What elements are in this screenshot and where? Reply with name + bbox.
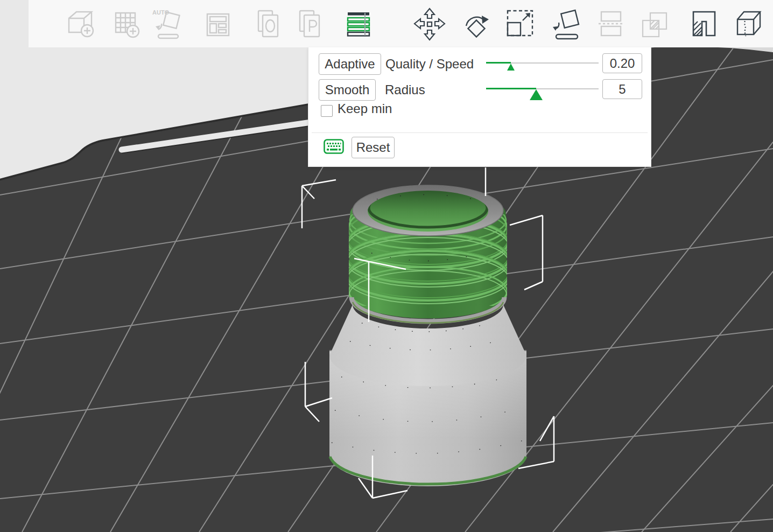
radius-slider-marker[interactable] [530, 89, 543, 100]
add-object-button[interactable] [62, 6, 97, 41]
boolean-button[interactable] [637, 6, 672, 41]
cut-icon [594, 6, 628, 41]
quality-slider-marker[interactable] [507, 64, 515, 71]
keyboard-shortcuts-button[interactable] [324, 139, 344, 154]
radius-value-input[interactable]: 5 [602, 79, 642, 99]
smooth-button[interactable]: Smooth [319, 79, 376, 101]
layers-icon [341, 6, 376, 41]
copy-button[interactable] [251, 6, 285, 41]
fill-tool-icon [687, 6, 721, 41]
model-opening [368, 191, 488, 232]
cut-button[interactable] [594, 6, 628, 41]
add-cube-icon [62, 6, 97, 41]
seam-button[interactable] [731, 6, 765, 41]
quality-slider[interactable] [486, 62, 599, 64]
quality-value-input[interactable]: 0.20 [602, 53, 642, 73]
keep-min-label: Keep min [338, 101, 392, 116]
split-layout-button[interactable] [201, 6, 235, 41]
scale-button[interactable] [502, 6, 537, 41]
layout-icon [201, 6, 235, 41]
scale-icon [502, 6, 537, 41]
place-on-face-button[interactable] [550, 6, 584, 41]
boolean-icon [637, 6, 672, 41]
move-icon [412, 6, 447, 41]
add-instances-button[interactable] [108, 6, 143, 41]
keep-min-checkbox[interactable] [321, 105, 333, 117]
auto-arrange-button[interactable]: AUTO [150, 6, 185, 41]
copy-icon [251, 6, 285, 41]
place-on-face-icon [550, 6, 584, 41]
keyboard-icon [324, 139, 344, 154]
reset-button[interactable]: Reset [352, 137, 395, 158]
rotate-icon [458, 6, 493, 41]
adaptive-button[interactable]: Adaptive [319, 53, 381, 75]
seam-cube-icon [731, 6, 765, 41]
radius-label: Radius [385, 82, 425, 97]
paste-button[interactable] [292, 6, 327, 41]
toolbar-separator [364, 13, 366, 36]
layer-height-popup: Adaptive Quality / Speed 0.20 Smooth Rad… [308, 47, 651, 167]
move-button[interactable] [412, 6, 447, 41]
paint-fill-button[interactable] [687, 6, 721, 41]
slicer-app: AUTO [0, 0, 773, 532]
paste-icon [292, 6, 327, 41]
rotate-button[interactable] [458, 6, 493, 41]
radius-slider-fill [486, 88, 536, 89]
auto-arrange-icon: AUTO [150, 6, 185, 41]
quality-speed-label: Quality / Speed [385, 57, 474, 72]
add-grid-icon [108, 6, 143, 41]
toolbar: AUTO [29, 0, 773, 47]
variable-layer-height-button[interactable] [341, 6, 376, 41]
popup-divider [312, 132, 648, 133]
model-bottle-adapter[interactable] [329, 185, 526, 486]
